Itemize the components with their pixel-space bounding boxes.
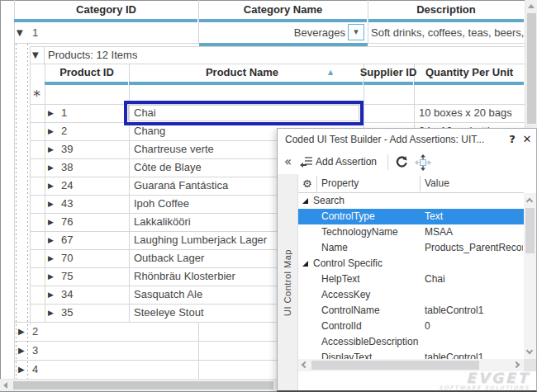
category-id-cell[interactable]: 2 xyxy=(32,322,38,341)
column-header-product-id[interactable]: Product ID xyxy=(45,64,129,82)
property-row[interactable]: ControlId 0 xyxy=(298,319,524,334)
product-name-cell[interactable]: Ipoh Coffee xyxy=(134,195,189,213)
expand-row-icon[interactable]: ▶ xyxy=(48,140,54,158)
product-id-cell[interactable]: 35 xyxy=(61,304,73,322)
column-header-category-id[interactable]: Category ID xyxy=(14,0,198,19)
scroll-up-icon[interactable] xyxy=(528,4,535,8)
vertical-scrollbar-thumb[interactable] xyxy=(525,208,535,253)
group-expanded-icon[interactable] xyxy=(302,261,308,267)
property-row[interactable]: TechnologyName MSAA xyxy=(298,224,524,240)
vertical-scrollbar-thumb[interactable] xyxy=(527,13,536,124)
product-name-cell[interactable]: Steeleye Stout xyxy=(134,304,204,322)
property-value: Text xyxy=(425,209,523,224)
column-header-category-name[interactable]: Category Name xyxy=(198,0,368,19)
product-id-cell[interactable]: 2 xyxy=(61,122,67,140)
product-id-cell[interactable]: 24 xyxy=(61,177,73,195)
product-id-cell[interactable]: 70 xyxy=(61,249,73,267)
product-id-cell[interactable]: 34 xyxy=(61,286,73,304)
scroll-right-icon[interactable] xyxy=(513,361,520,368)
property-name: ControlId xyxy=(321,319,425,334)
horizontal-scrollbar-thumb[interactable] xyxy=(311,361,479,370)
collapse-band-icon[interactable]: ▼ xyxy=(32,46,39,64)
expand-row-icon[interactable]: ▶ xyxy=(48,286,54,304)
property-row-selected[interactable]: ControlType Text xyxy=(298,209,524,224)
property-row[interactable]: DisplayText tableControl1 xyxy=(298,350,524,359)
dialog-horizontal-scrollbar[interactable] xyxy=(298,359,524,371)
property-value: tableControl1 xyxy=(425,303,523,319)
product-id-cell[interactable]: 67 xyxy=(61,231,73,249)
product-name-cell[interactable]: Sasquatch Ale xyxy=(134,286,202,304)
add-assertion-button[interactable]: Add Assertion xyxy=(316,150,377,174)
expand-row-icon[interactable]: ▶ xyxy=(18,341,25,360)
product-name-cell[interactable]: Chartreuse verte xyxy=(134,140,214,158)
description-cell[interactable]: Soft drinks, coffees, teas, beers, and xyxy=(371,22,525,43)
new-row-icon[interactable]: * xyxy=(33,87,40,104)
column-header-product-name[interactable]: Product Name xyxy=(129,64,355,82)
product-id-cell[interactable]: 39 xyxy=(61,140,73,158)
product-name-cell[interactable]: Côte de Blaye xyxy=(134,158,202,177)
expand-row-icon[interactable]: ▶ xyxy=(48,158,54,177)
property-grid-header: ⚙ Property Value xyxy=(298,174,524,193)
gear-icon[interactable]: ⚙ xyxy=(302,174,312,193)
product-name-cell[interactable]: Lakkalikööri xyxy=(134,213,191,231)
product-id-cell[interactable]: 1 xyxy=(61,104,67,122)
property-row[interactable]: AccessibleDescription xyxy=(298,334,524,350)
collapse-row-icon[interactable]: ▼ xyxy=(17,22,23,43)
ui-control-map-tab[interactable]: UI Control Map xyxy=(278,174,298,390)
category-name-cell[interactable]: Beverages xyxy=(198,22,345,43)
scroll-up-icon[interactable] xyxy=(526,198,533,205)
quantity-cell[interactable]: 10 boxes x 20 bags xyxy=(419,104,512,122)
expand-row-icon[interactable]: ▶ xyxy=(48,267,54,286)
property-row[interactable]: HelpText Chai xyxy=(298,272,524,287)
group-expanded-icon[interactable] xyxy=(302,198,308,204)
property-row[interactable]: Name Products_ParentRecor xyxy=(298,240,524,256)
expand-row-icon[interactable]: ▶ xyxy=(48,177,54,195)
property-name: HelpText xyxy=(321,272,425,287)
collapse-panel-icon[interactable]: « xyxy=(284,150,292,174)
property-row[interactable]: AccessKey xyxy=(298,287,524,303)
category-id-cell[interactable]: 1 xyxy=(32,22,38,43)
dialog-vertical-scrollbar[interactable] xyxy=(524,193,536,359)
category-id-cell[interactable]: 4 xyxy=(32,360,38,379)
product-name-cell[interactable]: Rhönbräu Klosterbier xyxy=(134,267,235,286)
product-name-cell[interactable]: Laughing Lumberjack Lager xyxy=(134,231,267,249)
product-name-cell[interactable]: Outback Lager xyxy=(134,249,204,267)
watermark-tagline: SOFTWARE SOLUTIONS xyxy=(439,385,530,391)
product-id-cell[interactable]: 75 xyxy=(61,267,73,286)
category-name-dropdown-button[interactable]: ▼ xyxy=(348,24,364,40)
value-column-header[interactable]: Value xyxy=(425,174,449,193)
product-id-cell[interactable]: 43 xyxy=(61,195,73,213)
column-header-quantity-per-unit[interactable]: Quantity Per Unit xyxy=(414,64,525,82)
group-label: Search xyxy=(313,193,345,209)
property-value: tableControl1 xyxy=(425,350,523,359)
crosshair-picker-icon[interactable] xyxy=(415,154,431,171)
refresh-icon[interactable] xyxy=(394,155,408,169)
product-id-cell[interactable]: 76 xyxy=(61,213,73,231)
help-icon[interactable]: ? xyxy=(506,129,519,150)
group-label: Control Specific xyxy=(313,256,383,272)
column-header-description[interactable]: Description xyxy=(368,0,525,19)
expand-row-icon[interactable]: ▶ xyxy=(18,322,25,341)
sort-ascending-icon[interactable]: ▲ xyxy=(328,64,333,82)
property-column-header[interactable]: Property xyxy=(321,174,359,193)
category-id-cell[interactable]: 3 xyxy=(32,341,38,360)
property-group-row[interactable]: Control Specific xyxy=(298,256,524,272)
expand-row-icon[interactable]: ▶ xyxy=(48,304,54,322)
close-icon[interactable]: ✕ xyxy=(520,129,534,150)
product-name-cell[interactable]: Guaraná Fantástica xyxy=(134,177,228,195)
expand-row-icon[interactable]: ▶ xyxy=(48,231,54,249)
product-id-cell[interactable]: 38 xyxy=(61,158,73,177)
expand-row-icon[interactable]: ▶ xyxy=(48,122,54,140)
expand-row-icon[interactable]: ▶ xyxy=(48,195,54,213)
property-row[interactable]: ControlName tableControl1 xyxy=(298,303,524,319)
expand-row-icon[interactable]: ▶ xyxy=(18,360,25,379)
watermark-logo: EVGET xyxy=(439,370,530,386)
expand-row-icon[interactable]: ▶ xyxy=(48,104,54,122)
scroll-left-icon[interactable] xyxy=(3,382,7,389)
horizontal-scrollbar-thumb[interactable] xyxy=(13,381,273,390)
scroll-down-icon[interactable] xyxy=(526,347,533,354)
property-group-row[interactable]: Search xyxy=(298,193,524,209)
expand-row-icon[interactable]: ▶ xyxy=(48,213,54,231)
expand-row-icon[interactable]: ▶ xyxy=(48,249,54,267)
scroll-left-icon[interactable] xyxy=(302,361,308,368)
